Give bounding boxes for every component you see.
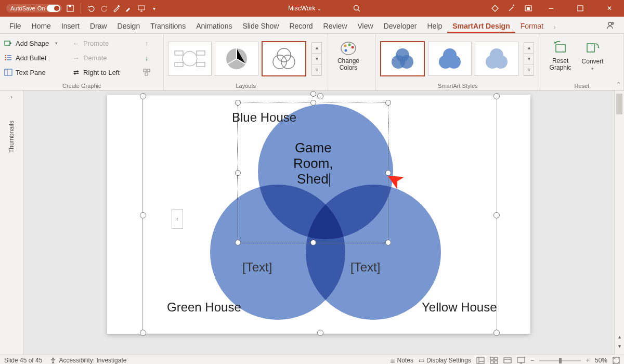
svg-point-23 [183,51,197,66]
svg-rect-18 [5,69,12,75]
document-name[interactable]: MiscWork ⌄ [288,5,321,12]
promote-arrow-icon: ← [72,39,80,47]
text-pane-button[interactable]: Text Pane [4,66,72,79]
autosave-state: On [37,5,45,11]
close-button[interactable]: ✕ [599,0,620,17]
vertical-scrollbar[interactable]: ▴ ▾ [614,90,624,355]
layout-option[interactable] [168,42,212,76]
svg-point-9 [608,22,612,25]
tab-slideshow[interactable]: Slide Show [237,19,284,33]
move-up-button[interactable]: ↑ [145,37,149,49]
zoom-level[interactable]: 50% [595,357,607,364]
tab-view[interactable]: View [353,19,379,33]
view-normal-icon[interactable] [476,357,485,364]
statusbar: Slide 45 of 45 Accessibility: Investigat… [0,355,624,364]
minimize-button[interactable]: ─ [541,0,562,17]
chevron-down-icon[interactable]: ▾ [150,4,158,12]
add-bullet-button[interactable]: Add Bullet [4,51,72,64]
group-label: Create Graphic [4,82,159,89]
window-icon[interactable] [524,4,532,12]
redo-icon[interactable] [100,4,108,12]
tab-file[interactable]: File [4,19,27,33]
tab-review[interactable]: Review [318,19,353,33]
add-shape-icon [4,39,12,47]
next-slide-icon[interactable]: ▾ [618,343,621,352]
tab-overflow[interactable]: › [549,21,561,33]
zoom-in-button[interactable]: + [586,357,590,364]
collapse-ribbon-icon[interactable]: ⌃ [616,81,621,88]
tab-help[interactable]: Help [422,19,447,33]
style-option[interactable] [428,42,472,76]
view-reading-icon[interactable] [503,357,512,364]
slide-canvas-area[interactable]: ‹ Game Room, Shed [Text] [Text] [23,90,614,355]
tab-developer[interactable]: Developer [379,19,422,33]
maximize-button[interactable] [570,0,591,17]
share-icon[interactable] [600,18,620,33]
demote-button[interactable]: →Demote [72,51,139,64]
undo-icon[interactable] [87,4,96,12]
reset-graphic-button[interactable]: Reset Graphic [544,36,577,71]
display-settings-button[interactable]: ▭Display Settings [419,357,471,364]
slide[interactable]: ‹ Game Room, Shed [Text] [Text] [107,95,530,334]
venn-left-placeholder[interactable]: [Text] [242,260,272,275]
present-icon[interactable] [137,4,146,12]
layout-dropdown[interactable] [142,66,151,79]
svg-rect-46 [556,45,565,52]
rtl-icon: ⇄ [72,68,80,76]
diamond-icon[interactable] [491,4,499,12]
convert-button[interactable]: Convert ▾ [577,36,609,71]
search-icon[interactable] [353,4,361,12]
chevron-right-icon[interactable]: › [10,94,12,100]
fit-to-window-icon[interactable] [613,357,620,364]
zoom-out-button[interactable]: − [530,357,534,364]
venn-label-left[interactable]: Green House [167,300,241,315]
tab-transitions[interactable]: Transitions [145,19,191,33]
tab-home[interactable]: Home [27,19,56,33]
promote-button[interactable]: ←Promote [72,37,139,49]
tab-animations[interactable]: Animations [191,19,237,33]
tab-record[interactable]: Record [284,19,318,33]
venn-label-right[interactable]: Yellow House [422,300,497,315]
gallery-scroll[interactable]: ▴▾▿ [311,42,322,76]
slide-counter[interactable]: Slide 45 of 45 [4,357,42,364]
layout-option[interactable] [215,42,258,76]
view-slideshow-icon[interactable] [517,357,525,364]
venn-label-top[interactable]: Blue House [232,110,296,125]
group-label: SmartArt Styles [380,82,535,89]
autosave-toggle[interactable]: AutoSave On [6,4,62,12]
scrollbar-thumb[interactable] [616,94,622,114]
svg-point-34 [348,44,350,46]
view-sorter-icon[interactable] [490,357,498,364]
style-option[interactable] [475,42,518,76]
tab-design[interactable]: Design [112,19,146,33]
layout-option-selected[interactable] [262,41,306,76]
thumbnail-rail[interactable]: › Thumbnails [0,90,23,355]
gallery-scroll[interactable]: ▴▾▿ [524,42,534,76]
svg-rect-24 [175,51,183,55]
notes-button[interactable]: ≣Notes [390,357,413,364]
zoom-slider[interactable] [539,360,581,361]
change-colors-button[interactable]: Change Colors [332,36,365,71]
tab-draw[interactable]: Draw [85,19,112,33]
svg-point-12 [5,55,7,57]
tab-format[interactable]: Format [515,19,549,33]
venn-right-placeholder[interactable]: [Text] [350,260,380,275]
svg-rect-11 [5,41,10,45]
svg-point-45 [494,55,508,69]
svg-point-33 [344,45,346,47]
add-shape-button[interactable]: Add Shape▾ [4,37,72,49]
svg-rect-22 [145,73,148,75]
prev-slide-icon[interactable]: ▴ [618,334,621,342]
group-label: Reset [544,82,619,89]
eyedropper-icon[interactable] [112,4,121,12]
rtl-button[interactable]: ⇄Right to Left [72,66,139,79]
magic-icon[interactable] [508,4,516,12]
accessibility-button[interactable]: Accessibility: Investigate [49,357,126,364]
move-down-button[interactable]: ↓ [145,51,149,64]
highlighter-icon[interactable] [125,4,133,12]
save-icon[interactable] [66,4,74,12]
tab-insert[interactable]: Insert [56,19,85,33]
tab-smartart-design[interactable]: SmartArt Design [447,19,515,33]
style-option-selected[interactable] [380,41,425,76]
svg-point-14 [5,59,7,61]
